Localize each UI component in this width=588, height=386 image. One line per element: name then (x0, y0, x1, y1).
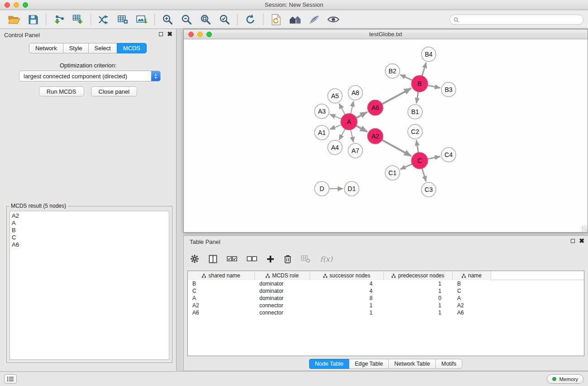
search-field[interactable] (449, 14, 583, 25)
zoom-selected-button[interactable] (215, 12, 234, 27)
edge-A6-B[interactable] (382, 88, 411, 104)
open-session-button[interactable] (5, 12, 24, 27)
table-row[interactable]: Cdominator41C (188, 287, 584, 295)
zoom-in-button[interactable] (158, 12, 177, 27)
show-panels-button[interactable] (4, 374, 17, 384)
edge-B-B2[interactable] (400, 75, 412, 80)
column-header-successor-nodes[interactable]: successor nodes (310, 271, 384, 280)
table-row[interactable]: A6connector11A6 (188, 309, 584, 316)
edge-A-A2[interactable] (356, 126, 368, 132)
show-all-networks-button[interactable] (286, 12, 305, 27)
resize-grip[interactable] (582, 226, 587, 232)
tab-style[interactable]: Style (63, 43, 89, 53)
node-A4[interactable]: A4 (328, 140, 342, 155)
node-C2[interactable]: C2 (408, 124, 422, 139)
function-builder-button[interactable]: f(x) (320, 255, 332, 263)
node-A2[interactable]: A2 (368, 129, 383, 144)
network-view[interactable]: B4B2BB3A8A5A6A3B1AA1C2A2A4A7C4CC1DD1C3 (184, 39, 588, 232)
edge-C-C2[interactable] (416, 140, 418, 152)
node-A5[interactable]: A5 (328, 89, 342, 103)
node-B1[interactable]: B1 (408, 105, 422, 119)
show-hide-button[interactable] (324, 12, 343, 27)
tab-network-table[interactable]: Network Table (388, 359, 436, 369)
float-panel-icon[interactable] (159, 32, 163, 36)
node-A6[interactable]: A6 (368, 100, 383, 115)
network-canvas[interactable]: B4B2BB3A8A5A6A3B1AA1C2A2A4A7C4CC1DD1C3 (184, 39, 588, 232)
node-B[interactable]: B (411, 76, 428, 92)
node-D1[interactable]: D1 (344, 181, 359, 196)
annotations-button[interactable] (305, 12, 324, 27)
table-settings-button[interactable] (190, 254, 199, 263)
column-header-name[interactable]: name (453, 271, 491, 280)
tab-mcds[interactable]: MCDS (117, 43, 147, 53)
network-window-titlebar[interactable]: testGlobe.txt (184, 29, 588, 39)
close-panel-button[interactable]: Close panel (91, 86, 138, 96)
tab-select[interactable]: Select (88, 43, 117, 53)
add-entry-button[interactable] (267, 255, 274, 263)
show-columns-button[interactable] (209, 255, 217, 263)
close-window-button[interactable] (5, 2, 10, 8)
edge-C-C4[interactable] (428, 157, 440, 159)
node-C1[interactable]: C1 (385, 166, 400, 180)
search-input[interactable] (461, 17, 583, 23)
edge-A-A4[interactable] (339, 129, 345, 140)
edge-A-A5[interactable] (339, 104, 345, 115)
zoom-out-button[interactable] (177, 12, 196, 27)
node-C[interactable]: C (411, 152, 428, 169)
edge-B-B1[interactable] (416, 92, 418, 103)
edge-A-A7[interactable] (351, 130, 354, 143)
node-A3[interactable]: A3 (315, 104, 329, 119)
import-network-button[interactable] (49, 12, 68, 27)
table-row[interactable]: Adominator80A (188, 295, 584, 302)
import-table-button[interactable] (68, 12, 87, 27)
edge-C-C3[interactable] (422, 168, 426, 181)
maximize-window-button[interactable] (23, 2, 28, 8)
close-panel-icon[interactable]: ✖ (167, 32, 172, 36)
tab-network[interactable]: Network (29, 43, 63, 53)
edge-A-A8[interactable] (351, 101, 354, 114)
run-mcds-button[interactable]: Run MCDS (39, 86, 84, 96)
node-A8[interactable]: A8 (348, 86, 363, 100)
network-close-button[interactable] (188, 32, 194, 37)
column-header-predecessor-nodes[interactable]: predecessor nodes (384, 271, 453, 280)
edge-C-C1[interactable] (400, 164, 412, 169)
new-table-button[interactable] (113, 12, 132, 27)
column-header-shared-name[interactable]: shared name (188, 271, 255, 280)
node-B3[interactable]: B3 (441, 82, 456, 97)
delete-table-button[interactable] (301, 255, 311, 263)
current-network-file-button[interactable] (267, 12, 286, 27)
edge-B-B3[interactable] (428, 86, 440, 88)
table-row[interactable]: Bdominator41B (188, 280, 584, 287)
mcds-result-list[interactable]: A2ABCA6 (10, 211, 169, 360)
memory-button[interactable]: Memory (547, 374, 583, 384)
edge-A2-C[interactable] (382, 140, 411, 156)
criterion-dropdown[interactable]: largest connected component (directed) ▲… (19, 71, 161, 81)
node-C4[interactable]: C4 (441, 148, 456, 162)
edge-A-A6[interactable] (356, 112, 368, 118)
minimize-window-button[interactable] (14, 2, 19, 8)
node-C3[interactable]: C3 (421, 182, 436, 197)
network-maximize-button[interactable] (206, 32, 212, 37)
node-B2[interactable]: B2 (385, 64, 400, 78)
node-D[interactable]: D (315, 181, 329, 196)
refresh-network-button[interactable] (241, 12, 260, 27)
network-minimize-button[interactable] (197, 32, 203, 37)
tab-edge-table[interactable]: Edge Table (349, 359, 389, 369)
deselect-all-button[interactable] (247, 256, 257, 262)
edge-B-B4[interactable] (422, 62, 426, 76)
table-row[interactable]: A2connector11A2 (188, 302, 584, 309)
column-header-MCDS-role[interactable]: MCDS role (255, 271, 310, 280)
save-session-button[interactable] (24, 12, 43, 27)
edge-A-A1[interactable] (330, 125, 342, 129)
delete-entry-button[interactable] (284, 255, 292, 263)
tab-node-table[interactable]: Node Table (309, 359, 349, 369)
float-table-panel-icon[interactable] (571, 239, 575, 243)
new-network-button[interactable] (94, 12, 113, 27)
export-image-button[interactable] (132, 12, 151, 27)
edge-A-A3[interactable] (330, 114, 342, 119)
node-A1[interactable]: A1 (315, 125, 329, 140)
node-A[interactable]: A (341, 114, 357, 130)
tab-motifs[interactable]: Motifs (435, 359, 462, 369)
node-A7[interactable]: A7 (348, 143, 363, 158)
close-table-panel-icon[interactable]: ✖ (579, 238, 584, 243)
